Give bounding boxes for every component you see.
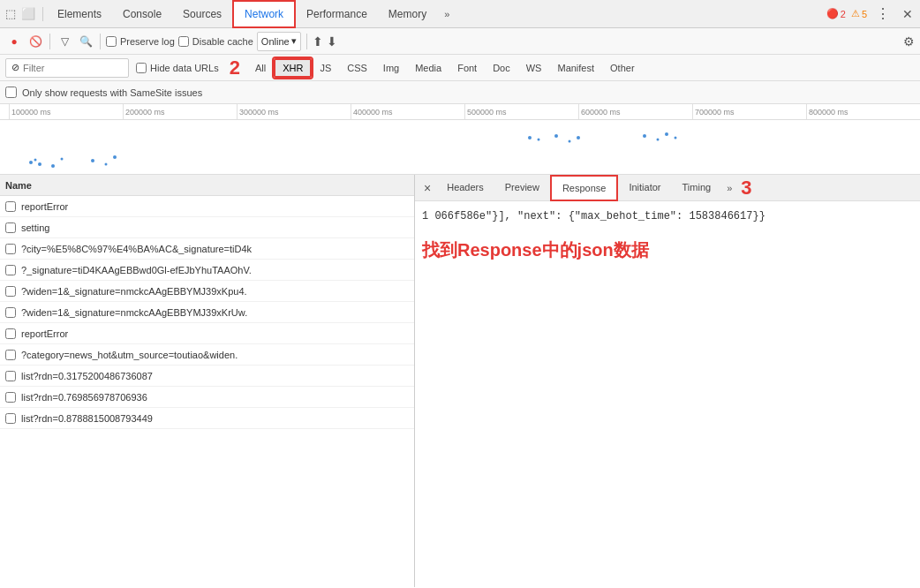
close-panel-button[interactable]: × (419, 175, 436, 201)
device-icon[interactable]: ⬜ (21, 7, 35, 21)
request-checkbox[interactable] (5, 201, 16, 212)
filter-css[interactable]: CSS (339, 58, 375, 78)
filter-font[interactable]: Font (449, 58, 485, 78)
filter-js[interactable]: JS (312, 58, 339, 78)
request-item[interactable]: list?rdn=0.8788815008793449 (0, 408, 414, 429)
tick-6: 600000 ms (578, 104, 692, 119)
request-item[interactable]: reportError (0, 196, 414, 217)
svg-point-8 (528, 136, 532, 139)
request-item[interactable]: reportError (0, 323, 414, 344)
svg-point-5 (91, 159, 94, 162)
request-item[interactable]: setting (0, 217, 414, 238)
filter-img[interactable]: Img (375, 58, 407, 78)
filter-other[interactable]: Other (602, 58, 643, 78)
filter-ws[interactable]: WS (518, 58, 550, 78)
warning-icon: ⚠ (851, 8, 860, 19)
panel-tab-initiator[interactable]: Initiator (618, 175, 671, 201)
tab-console[interactable]: Console (112, 0, 172, 28)
filter-toggle-button[interactable]: ▽ (56, 33, 73, 50)
svg-point-13 (643, 134, 646, 138)
request-checkbox[interactable] (5, 244, 16, 254)
request-item[interactable]: ?category=news_hot&utm_source=toutiao&wi… (0, 344, 414, 366)
panel-tab-timing[interactable]: Timing (672, 175, 722, 201)
request-name: ?widen=1&_signature=nmckcAAgEBBYMJ39xKpu… (21, 286, 247, 297)
right-panel-tabs: × Headers Preview Response Initiator Tim… (415, 175, 920, 201)
name-column-header: Name (5, 180, 32, 191)
filter-input[interactable] (23, 63, 123, 73)
filter-doc[interactable]: Doc (485, 58, 518, 78)
svg-point-11 (569, 140, 571, 143)
tick-1: 100000 ms (9, 104, 123, 119)
request-checkbox[interactable] (5, 350, 16, 360)
request-checkbox[interactable] (5, 265, 16, 275)
request-checkbox[interactable] (5, 371, 16, 381)
panel-tab-preview[interactable]: Preview (494, 175, 550, 201)
request-checkbox[interactable] (5, 328, 16, 339)
hide-data-urls-checkbox[interactable] (136, 63, 147, 73)
panel-tab-response[interactable]: Response (550, 175, 619, 201)
tab-performance[interactable]: Performance (296, 0, 378, 28)
right-panel: × Headers Preview Response Initiator Tim… (415, 175, 920, 587)
svg-point-10 (554, 134, 558, 138)
error-icon: 🔴 (826, 8, 839, 19)
response-annotation: 找到Response中的json数据 (422, 238, 913, 262)
panel-tab-more[interactable]: » (721, 183, 737, 193)
import-button[interactable]: ⬆ (313, 34, 323, 49)
request-item[interactable]: list?rdn=0.3175200486736087 (0, 366, 414, 387)
svg-point-12 (577, 136, 580, 139)
clear-button[interactable]: 🚫 (26, 33, 44, 50)
tab-memory[interactable]: Memory (378, 0, 437, 28)
svg-point-2 (38, 162, 41, 166)
svg-point-15 (665, 132, 668, 136)
export-button[interactable]: ⬇ (327, 34, 337, 49)
request-name: setting (21, 222, 49, 233)
close-devtools-button[interactable]: ✕ (899, 7, 916, 21)
request-item[interactable]: list?rdn=0.769856978706936 (0, 387, 414, 408)
samesite-label: Only show requests with SameSite issues (22, 87, 202, 98)
network-settings-button[interactable]: ⚙ (903, 34, 915, 49)
request-checkbox[interactable] (5, 413, 16, 424)
svg-point-3 (51, 164, 55, 168)
disable-cache-group: Disable cache (178, 36, 253, 47)
filter-xhr[interactable]: XHR (274, 58, 312, 78)
preserve-log-group: Preserve log (106, 36, 175, 47)
request-item[interactable]: ?widen=1&_signature=nmckcAAgEBBYMJ39xKrU… (0, 302, 414, 323)
network-toolbar: ● 🚫 ▽ 🔍 Preserve log Disable cache Onlin… (0, 28, 920, 55)
svg-point-4 (61, 158, 64, 161)
filter-manifest[interactable]: Manifest (549, 58, 602, 78)
request-checkbox[interactable] (5, 286, 16, 297)
menu-dots[interactable]: ⋮ (872, 5, 894, 22)
request-checkbox[interactable] (5, 307, 16, 318)
request-checkbox[interactable] (5, 222, 16, 233)
request-list-body[interactable]: reportError setting ?city=%E5%8C%97%E4%B… (0, 196, 414, 587)
error-badge[interactable]: 🔴 2 (826, 8, 846, 19)
warning-badge[interactable]: ⚠ 5 (851, 8, 867, 19)
tab-elements[interactable]: Elements (47, 0, 112, 28)
tick-2: 200000 ms (123, 104, 237, 119)
preserve-log-checkbox[interactable] (106, 36, 117, 47)
request-name: list?rdn=0.769856978706936 (21, 392, 147, 403)
record-button[interactable]: ● (5, 33, 23, 50)
cursor-icon[interactable]: ⬚ (4, 7, 18, 21)
tab-more[interactable]: » (437, 9, 456, 19)
request-item[interactable]: ?city=%E5%8C%97%E4%BA%AC&_signature=tiD4… (0, 238, 414, 260)
timeline-ruler: 100000 ms 200000 ms 300000 ms 400000 ms … (0, 104, 920, 120)
panel-tab-headers[interactable]: Headers (436, 175, 494, 201)
search-button[interactable]: 🔍 (77, 33, 94, 50)
network-throttling-select[interactable]: Online ▾ (257, 32, 301, 51)
tab-sources[interactable]: Sources (172, 0, 232, 28)
tick-8: 800000 ms (806, 104, 920, 119)
filter-media[interactable]: Media (407, 58, 449, 78)
svg-point-14 (657, 139, 660, 141)
request-item[interactable]: ?widen=1&_signature=nmckcAAgEBBYMJ39xKpu… (0, 281, 414, 302)
toolbar-separator-1 (49, 34, 50, 49)
svg-point-6 (105, 163, 108, 166)
samesite-checkbox[interactable] (5, 87, 17, 98)
disable-cache-checkbox[interactable] (178, 36, 189, 47)
filter-all[interactable]: All (247, 58, 274, 78)
request-item[interactable]: ?_signature=tiD4KAAgEBBwd0Gl-efEJbYhuTAA… (0, 260, 414, 281)
request-checkbox[interactable] (5, 392, 16, 403)
hide-data-urls-label: Hide data URLs (150, 63, 219, 73)
tab-network[interactable]: Network (232, 0, 296, 28)
preserve-log-label: Preserve log (120, 36, 175, 47)
